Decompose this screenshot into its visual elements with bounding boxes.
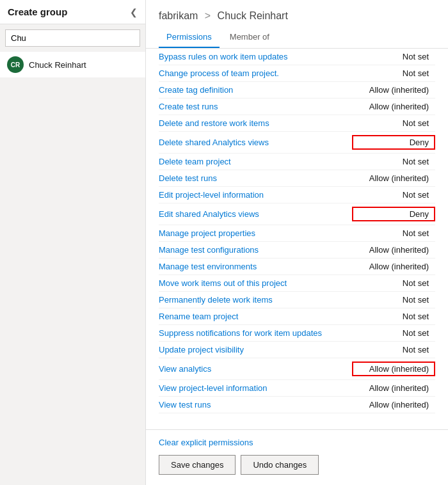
main-content: fabrikam > Chuck Reinhart PermissionsMem… [146, 0, 448, 485]
permission-row: Change process of team project.Not set [159, 65, 435, 82]
footer: Clear explicit permissions Save changes … [146, 429, 448, 485]
permission-value[interactable]: Not set [352, 68, 435, 78]
permission-name[interactable]: Rename team project [159, 312, 238, 321]
permission-value[interactable]: Allow (inherited) [352, 400, 435, 409]
sidebar: Create group ❮ CR Chuck Reinhart [0, 0, 146, 485]
permission-row: Edit shared Analytics viewsDeny [159, 203, 435, 225]
permission-value[interactable]: Allow (inherited) [352, 173, 435, 183]
permission-name[interactable]: View project-level information [159, 383, 268, 393]
permission-value[interactable]: Allow (inherited) [352, 245, 435, 255]
permission-value[interactable]: Not set [352, 345, 435, 354]
permission-value[interactable]: Not set [352, 328, 435, 338]
breadcrumb-org: fabrikam [159, 10, 198, 21]
breadcrumb-user: Chuck Reinhart [218, 10, 288, 21]
permission-name[interactable]: Delete test runs [159, 173, 217, 183]
button-row: Save changes Undo changes [159, 455, 435, 475]
permission-value[interactable]: Not set [352, 190, 435, 200]
avatar: CR [7, 56, 24, 73]
permission-name[interactable]: View analytics [159, 364, 211, 374]
permission-value[interactable]: Not set [352, 228, 435, 238]
permission-row: Update project visibilityNot set [159, 342, 435, 358]
permission-name[interactable]: Create tag definition [159, 85, 233, 95]
permission-row: Create test runsAllow (inherited) [159, 99, 435, 115]
permission-row: Bypass rules on work item updatesNot set [159, 49, 435, 65]
permission-value[interactable]: Deny [352, 207, 435, 221]
permission-name[interactable]: Suppress notifications for work item upd… [159, 328, 322, 338]
permission-row: Delete and restore work itemsNot set [159, 115, 435, 132]
permission-value[interactable]: Allow (inherited) [352, 262, 435, 271]
permission-name[interactable]: Change process of team project. [159, 68, 279, 78]
permission-name[interactable]: Delete team project [159, 157, 231, 166]
user-list: CR Chuck Reinhart [0, 52, 145, 77]
permission-row: View analyticsAllow (inherited) [159, 358, 435, 380]
undo-button[interactable]: Undo changes [241, 455, 319, 475]
permission-row: Manage test configurationsAllow (inherit… [159, 242, 435, 258]
permission-name[interactable]: Edit project-level information [159, 190, 264, 200]
permissions-container: Bypass rules on work item updatesNot set… [146, 49, 448, 429]
permission-name[interactable]: View test runs [159, 400, 211, 409]
user-item[interactable]: CR Chuck Reinhart [0, 52, 145, 77]
permission-name[interactable]: Manage test configurations [159, 245, 259, 255]
permission-name[interactable]: Delete shared Analytics views [159, 138, 269, 147]
permission-row: Rename team projectNot set [159, 308, 435, 325]
tab-member-of[interactable]: Member of [222, 27, 277, 48]
permission-name[interactable]: Bypass rules on work item updates [159, 52, 288, 61]
permission-value[interactable]: Deny [352, 135, 435, 150]
user-name: Chuck Reinhart [29, 60, 86, 70]
permission-name[interactable]: Update project visibility [159, 345, 244, 354]
permission-value[interactable]: Allow (inherited) [352, 362, 435, 376]
search-box [5, 29, 140, 47]
permission-value[interactable]: Allow (inherited) [352, 102, 435, 111]
permission-row: Move work items out of this projectNot s… [159, 275, 435, 292]
permission-row: Create tag definitionAllow (inherited) [159, 82, 435, 99]
permission-row: Permanently delete work itemsNot set [159, 292, 435, 308]
permission-row: Edit project-level informationNot set [159, 187, 435, 203]
permission-row: Delete shared Analytics viewsDeny [159, 132, 435, 154]
permission-name[interactable]: Create test runs [159, 102, 218, 111]
permission-value[interactable]: Not set [352, 52, 435, 61]
permission-row: View project-level informationAllow (inh… [159, 380, 435, 397]
breadcrumb-sep: > [205, 10, 211, 21]
permission-value[interactable]: Not set [352, 118, 435, 128]
permission-row: Manage test environmentsAllow (inherited… [159, 258, 435, 275]
permission-name[interactable]: Edit shared Analytics views [159, 209, 259, 219]
permission-name[interactable]: Delete and restore work items [159, 118, 269, 128]
permission-row: Delete test runsAllow (inherited) [159, 170, 435, 187]
permission-value[interactable]: Not set [352, 312, 435, 321]
permission-name[interactable]: Manage project properties [159, 228, 255, 238]
permission-value[interactable]: Not set [352, 157, 435, 166]
search-input[interactable] [5, 29, 140, 47]
breadcrumb: fabrikam > Chuck Reinhart [146, 0, 448, 27]
sidebar-title: Create group [8, 6, 67, 17]
tabs-bar: PermissionsMember of [146, 27, 448, 49]
tab-permissions[interactable]: Permissions [159, 27, 220, 48]
permission-name[interactable]: Manage test environments [159, 262, 257, 271]
permission-value[interactable]: Not set [352, 278, 435, 288]
permission-row: Delete team projectNot set [159, 154, 435, 170]
collapse-icon[interactable]: ❮ [130, 7, 138, 17]
permission-name[interactable]: Move work items out of this project [159, 278, 287, 288]
permission-value[interactable]: Not set [352, 295, 435, 305]
permission-row: View test runsAllow (inherited) [159, 397, 435, 413]
permission-value[interactable]: Allow (inherited) [352, 383, 435, 393]
clear-permissions-link[interactable]: Clear explicit permissions [159, 438, 253, 447]
sidebar-header: Create group ❮ [0, 0, 145, 24]
permission-name[interactable]: Permanently delete work items [159, 295, 273, 305]
permission-value[interactable]: Allow (inherited) [352, 85, 435, 95]
save-button[interactable]: Save changes [159, 455, 236, 475]
permission-row: Manage project propertiesNot set [159, 225, 435, 242]
permission-row: Suppress notifications for work item upd… [159, 325, 435, 342]
